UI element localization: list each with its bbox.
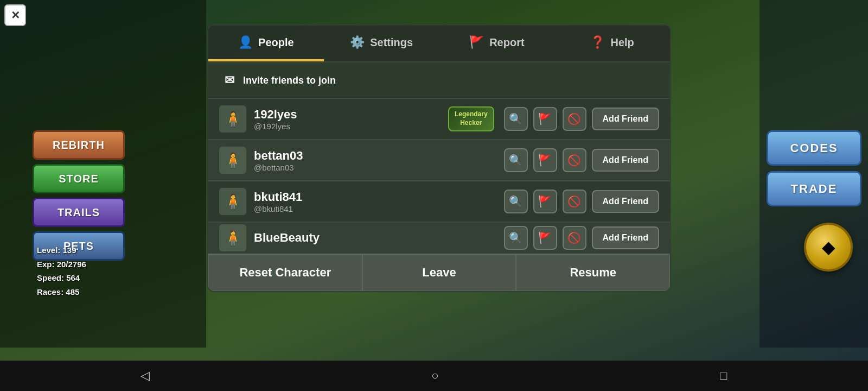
player-badge: Legendary Hecker: [448, 106, 494, 131]
bottom-actions: Reset Character Leave Resume: [208, 254, 670, 291]
stat-speed: Speed: 564: [37, 271, 86, 285]
codes-button[interactable]: CODES: [767, 130, 861, 166]
player-name: BlueBeauty: [254, 231, 496, 245]
flag-player-button[interactable]: 🚩: [533, 226, 557, 250]
trade-button[interactable]: TRADE: [767, 171, 861, 206]
recent-button[interactable]: □: [720, 369, 727, 383]
back-button[interactable]: ◁: [141, 369, 150, 383]
player-avatar: 🧍: [219, 105, 246, 133]
flag-player-button[interactable]: 🚩: [533, 148, 557, 172]
add-friend-button[interactable]: Add Friend: [592, 226, 659, 249]
tab-settings[interactable]: ⚙️ Settings: [324, 26, 439, 61]
block-player-button[interactable]: 🚫: [563, 148, 586, 172]
left-sidebar: REBIRTH STORE TRAILS PETS: [33, 130, 125, 261]
tab-help-label: Help: [610, 36, 634, 49]
search-player-button[interactable]: 🔍: [504, 148, 528, 172]
invite-row[interactable]: ✉ Invite friends to join: [208, 62, 670, 99]
search-player-button[interactable]: 🔍: [504, 107, 528, 131]
player-name: 192lyes: [254, 108, 441, 122]
flag-player-button[interactable]: 🚩: [533, 190, 557, 213]
help-tab-icon: ❓: [590, 35, 605, 49]
home-button[interactable]: ○: [431, 369, 438, 383]
people-tab-icon: 👤: [238, 35, 253, 49]
tab-people-label: People: [258, 36, 294, 49]
player-row: 🧍 192lyes @192lyes Legendary Hecker 🔍 🚩 …: [208, 99, 670, 140]
coin-button[interactable]: ◆: [804, 223, 853, 272]
player-handle: @bettan03: [254, 163, 496, 172]
player-handle: @192lyes: [254, 122, 441, 131]
player-handle: @bkuti841: [254, 204, 496, 213]
modal-body: ✉ Invite friends to join 🧍 192lyes @192l…: [208, 62, 670, 254]
add-friend-button[interactable]: Add Friend: [592, 149, 659, 172]
player-info: BlueBeauty: [254, 231, 496, 245]
player-info: bkuti841 @bkuti841: [254, 190, 496, 213]
invite-icon: ✉: [225, 73, 234, 87]
player-avatar: 🧍: [219, 147, 246, 174]
store-button[interactable]: STORE: [33, 164, 125, 193]
settings-tab-icon: ⚙️: [350, 35, 365, 49]
android-nav-bar: ◁ ○ □: [0, 361, 868, 391]
add-friend-button[interactable]: Add Friend: [592, 108, 659, 130]
stat-level: Level: 139: [37, 243, 86, 257]
player-row: 🧍 bettan03 @bettan03 🔍 🚩 🚫 Add Friend: [208, 140, 670, 181]
player-row: 🧍 bkuti841 @bkuti841 🔍 🚩 🚫 Add Friend: [208, 181, 670, 223]
block-player-button[interactable]: 🚫: [563, 107, 586, 131]
search-player-button[interactable]: 🔍: [504, 190, 528, 213]
right-sidebar: CODES TRADE: [767, 130, 861, 206]
main-modal: 👤 People ⚙️ Settings 🚩 Report ❓ Help ✉ I…: [207, 24, 671, 292]
player-stats: Level: 139 Exp: 20/2796 Speed: 564 Races…: [37, 243, 86, 299]
player-info: 192lyes @192lyes: [254, 108, 441, 131]
player-info: bettan03 @bettan03: [254, 149, 496, 172]
player-row: 🧍 BlueBeauty 🔍 🚩 🚫 Add Friend: [208, 223, 670, 254]
block-player-button[interactable]: 🚫: [563, 226, 586, 250]
report-tab-icon: 🚩: [469, 35, 484, 49]
add-friend-button[interactable]: Add Friend: [592, 190, 659, 213]
player-actions: 🔍 🚩 🚫 Add Friend: [504, 107, 659, 131]
trails-button[interactable]: TRAILS: [33, 198, 125, 227]
leave-button[interactable]: Leave: [362, 254, 516, 291]
search-player-button[interactable]: 🔍: [504, 226, 528, 250]
tab-help[interactable]: ❓ Help: [554, 26, 670, 61]
reset-character-button[interactable]: Reset Character: [208, 254, 362, 291]
player-name: bkuti841: [254, 190, 496, 204]
stat-races: Races: 485: [37, 285, 86, 299]
player-name: bettan03: [254, 149, 496, 163]
stat-exp: Exp: 20/2796: [37, 257, 86, 272]
tab-report[interactable]: 🚩 Report: [439, 26, 555, 61]
tab-report-label: Report: [489, 36, 524, 49]
player-avatar: 🧍: [219, 224, 246, 251]
flag-player-button[interactable]: 🚩: [533, 107, 557, 131]
tab-settings-label: Settings: [370, 36, 413, 49]
invite-text: Invite friends to join: [243, 75, 336, 86]
player-actions: 🔍 🚩 🚫 Add Friend: [504, 226, 659, 250]
tab-bar: 👤 People ⚙️ Settings 🚩 Report ❓ Help: [208, 26, 670, 62]
close-button[interactable]: ✕: [4, 4, 26, 26]
player-actions: 🔍 🚩 🚫 Add Friend: [504, 148, 659, 172]
block-player-button[interactable]: 🚫: [563, 190, 586, 213]
rebirth-button[interactable]: REBIRTH: [33, 130, 125, 160]
resume-button[interactable]: Resume: [516, 254, 670, 291]
player-actions: 🔍 🚩 🚫 Add Friend: [504, 190, 659, 213]
player-avatar: 🧍: [219, 188, 246, 215]
tab-people[interactable]: 👤 People: [208, 26, 324, 61]
